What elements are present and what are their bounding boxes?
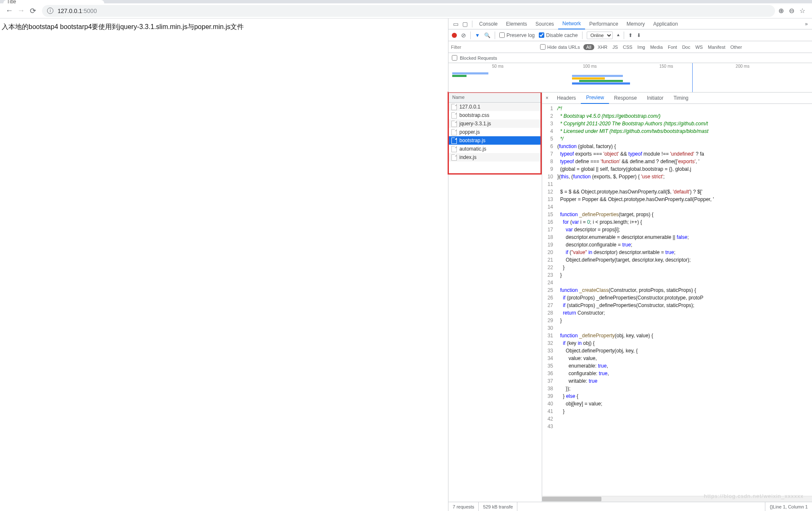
file-icon [451,138,457,144]
devtools: ▭ ▢ ConsoleElementsSourcesNetworkPerform… [448,19,812,511]
request-name: 127.0.0.1 [459,104,480,110]
request-list: Name 127.0.0.1bootstrap.cssjquery-3.3.1.… [448,93,542,502]
source-preview[interactable]: 1234567891011121314151617181920212223242… [542,104,812,496]
browser-tab[interactable]: Title [3,0,104,3]
timeline-tick: 50 ms [492,64,504,69]
address-bar[interactable]: i 127.0.0.1:5000 [42,5,775,17]
url-host: 127.0.0.1 [58,8,82,14]
page-body: 入本地的bootstap4 bootstarp4要使用到jquery-3.3.1… [0,19,448,511]
request-detail-pane: × HeadersPreviewResponseInitiatorTiming … [542,93,812,502]
devtools-status-bar: 7 requests 529 kB transfe {} Line 1, Col… [448,502,812,511]
filter-type-css[interactable]: CSS [623,45,633,50]
devtools-tab-elements[interactable]: Elements [502,19,531,29]
timeline-marker [692,63,693,92]
detail-tab-headers[interactable]: Headers [552,93,581,104]
site-info-icon[interactable]: i [47,8,53,14]
request-name: index.js [459,154,477,160]
clear-button[interactable]: ⊘ [461,32,466,39]
devtools-tab-network[interactable]: Network [558,19,585,29]
request-row[interactable]: automatic.js [449,145,540,153]
request-row[interactable]: 127.0.0.1 [449,103,540,111]
request-name: bootstrap.js [459,138,485,143]
scrollbar-thumb[interactable] [542,497,601,501]
preserve-log-checkbox[interactable]: Preserve log [499,32,535,38]
throttling-select[interactable]: Online [587,32,613,39]
filter-toggle-icon[interactable]: ▼ [475,32,480,38]
line-gutter: 1234567891011121314151617181920212223242… [542,104,556,496]
devtools-tab-memory[interactable]: Memory [622,19,649,29]
forward-button[interactable]: → [15,5,27,17]
import-har-icon[interactable]: ⬆ [628,32,633,38]
code-content: /*! * Bootstrap v4.5.0 (https://getboots… [556,104,716,496]
detail-tab-timing[interactable]: Timing [668,93,693,104]
close-detail-icon[interactable]: × [542,95,552,101]
network-timeline[interactable]: 50 ms 100 ms 150 ms 200 ms [448,63,812,93]
translate-icon[interactable]: ⊕ [778,7,784,15]
back-button[interactable]: ← [3,5,15,17]
reload-button[interactable]: ⟳ [27,5,39,17]
bookmark-icon[interactable]: ☆ [799,7,805,15]
search-icon[interactable]: 🔍 [484,32,490,38]
request-row[interactable]: bootstrap.css [449,111,540,119]
browser-toolbar: ← → ⟳ i 127.0.0.1:5000 ⊕ ⊖ ☆ [0,3,812,19]
request-row[interactable]: jquery-3.3.1.js [449,119,540,128]
timeline-bar [452,75,467,77]
url-port: :5000 [82,8,97,14]
blocked-requests-row: Blocked Requests [448,53,812,63]
export-har-icon[interactable]: ⬇ [637,32,641,38]
tab-title: Title [7,0,16,5]
filter-type-js[interactable]: JS [612,45,618,50]
filter-type-ws[interactable]: WS [695,45,703,50]
status-transfer: 529 kB transfe [479,502,517,511]
horizontal-scrollbar[interactable] [542,496,812,502]
filter-type-media[interactable]: Media [650,45,663,50]
timeline-tick: 200 ms [736,64,749,69]
file-icon [451,129,457,135]
timeline-bar [572,82,630,85]
file-icon [451,146,457,152]
request-row[interactable]: bootstrap.js [449,136,540,145]
filter-input[interactable] [448,43,537,51]
filter-type-other[interactable]: Other [730,45,742,50]
blocked-requests-checkbox[interactable] [452,55,457,61]
more-tabs-icon[interactable]: » [801,21,812,27]
request-name: bootstrap.css [459,112,489,118]
request-list-header[interactable]: Name [449,93,540,103]
filter-type-doc[interactable]: Doc [682,45,691,50]
request-name: jquery-3.3.1.js [459,121,491,127]
file-icon [451,112,457,119]
request-name: popper.js [459,129,480,135]
devtools-tab-console[interactable]: Console [475,19,502,29]
filter-type-all[interactable]: All [583,44,594,50]
filter-type-font[interactable]: Font [668,45,677,50]
request-row[interactable]: popper.js [449,128,540,136]
inspect-element-icon[interactable]: ▭ [451,21,460,27]
disable-cache-checkbox[interactable]: Disable cache [539,32,577,38]
timeline-bar [572,77,605,79]
file-icon [451,104,457,110]
detail-tab-response[interactable]: Response [609,93,642,104]
filter-type-manifest[interactable]: Manifest [708,45,725,50]
devtools-tab-sources[interactable]: Sources [531,19,558,29]
detail-tab-initiator[interactable]: Initiator [642,93,668,104]
timeline-tick: 100 ms [583,64,597,69]
request-row[interactable]: index.js [449,153,540,162]
network-toolbar: ⊘ ▼ 🔍 Preserve log Disable cache Online … [448,29,812,41]
devtools-tab-application[interactable]: Application [649,19,682,29]
detail-tabs: × HeadersPreviewResponseInitiatorTiming [542,93,812,104]
blocked-requests-label: Blocked Requests [460,56,497,61]
browser-tab-strip: Title [0,0,812,3]
zoom-icon[interactable]: ⊖ [789,7,794,15]
file-icon [451,121,457,127]
hide-data-urls-checkbox[interactable]: Hide data URLs [540,44,580,50]
timeline-bar [579,80,623,82]
device-toolbar-icon[interactable]: ▢ [460,21,469,27]
filter-type-xhr[interactable]: XHR [598,45,607,50]
filter-row: Hide data URLs All XHRJSCSSImgMediaFontD… [448,41,812,53]
filter-type-img[interactable]: Img [638,45,645,50]
detail-tab-preview[interactable]: Preview [581,93,609,104]
file-icon [451,154,457,161]
record-button[interactable] [452,33,457,38]
devtools-tab-performance[interactable]: Performance [585,19,622,29]
highlighted-region: Name 127.0.0.1bootstrap.cssjquery-3.3.1.… [448,92,542,175]
